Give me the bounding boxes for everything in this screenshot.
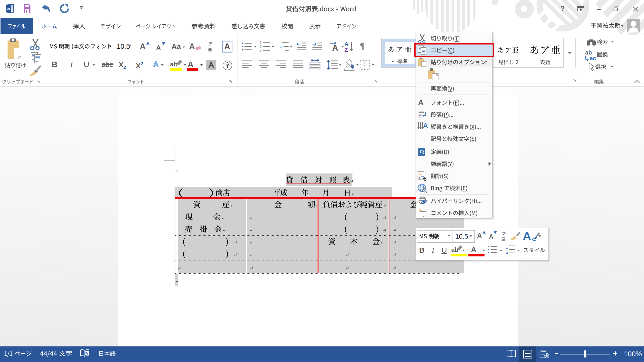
svg-text:a: a [418, 175, 421, 179]
svg-text:1: 1 [506, 244, 508, 248]
svg-text:W: W [7, 7, 10, 11]
svg-text:2: 2 [506, 248, 508, 251]
svg-text:A: A [344, 41, 348, 47]
svg-text:a: a [280, 45, 282, 49]
svg-text:1: 1 [260, 41, 262, 45]
svg-text:3: 3 [506, 251, 508, 255]
svg-text:Z: Z [344, 47, 348, 53]
svg-text:2: 2 [260, 44, 262, 49]
svg-text:A: A [423, 122, 428, 129]
svg-text:3: 3 [260, 48, 262, 52]
svg-text:i: i [281, 49, 282, 52]
svg-text:1: 1 [278, 41, 280, 45]
